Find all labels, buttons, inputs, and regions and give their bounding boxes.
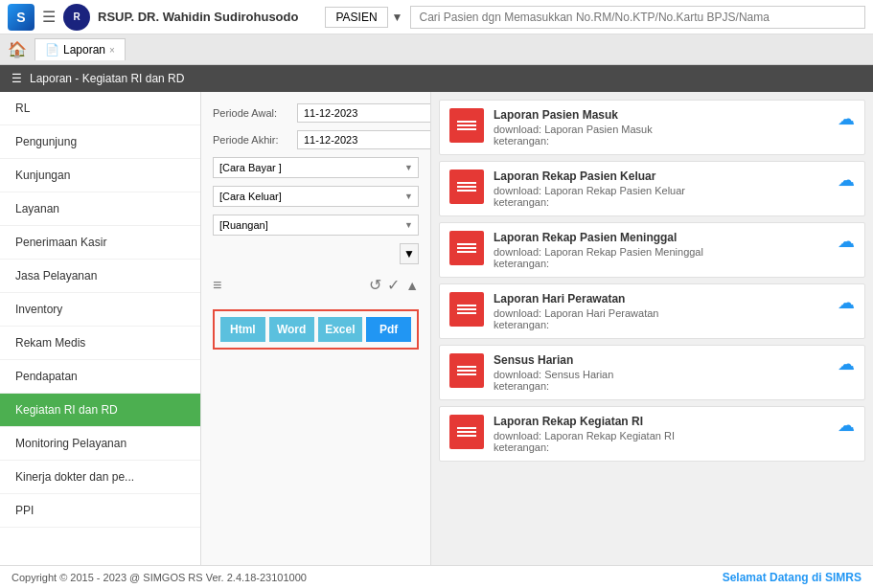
sidebar-item-penerimaan-kasir[interactable]: Penerimaan Kasir [0,226,200,260]
report-icon-lines-1 [457,182,476,192]
tab-icon: 📄 [45,43,59,57]
report-title-2: Laporan Rekap Pasien Meninggal [494,231,828,244]
tab-bar: 🏠 📄 Laporan × [0,34,873,65]
report-icon-2 [449,231,484,265]
footer-copyright: Copyright © 2015 - 2023 @ SIMGOS RS Ver.… [11,572,307,583]
ruangan-select[interactable]: [Ruangan] [213,215,419,236]
periode-akhir-row: Periode Akhir: 📅 [213,130,419,149]
html-export-button[interactable]: Html [220,317,265,342]
hospital-logo: R [63,4,90,31]
report-card-5: Laporan Rekap Kegiatan RI download: Lapo… [439,406,865,462]
report-info-1: Laporan Rekap Pasien Keluar download: La… [494,170,828,208]
pasien-section: PASIEN ▼ [325,7,402,28]
section-title: Laporan - Kegiatan RI dan RD [30,72,184,85]
pdf-export-button[interactable]: Pdf [366,317,411,342]
report-icon-4 [449,353,484,388]
footer-greeting: Selamat Datang di SIMRS [723,571,862,584]
download-button-2[interactable]: ☁ [838,231,855,252]
report-keterangan-3: keterangan: [494,319,828,330]
report-icon-lines-4 [457,366,476,375]
sidebar-item-jasa-pelayanan[interactable]: Jasa Pelayanan [0,260,200,293]
export-bar: Html Word Excel Pdf [213,309,419,350]
sidebar-item-pendapatan[interactable]: Pendapatan [0,360,200,394]
report-download-4: download: Sensus Harian [494,369,828,380]
download-button-3[interactable]: ☁ [838,292,855,313]
word-export-button[interactable]: Word [269,317,314,342]
report-icon-3 [449,292,484,327]
sidebar: RL Pengunjung Kunjungan Layanan Penerima… [0,92,201,565]
report-icon-5 [449,415,484,449]
search-input[interactable] [410,6,865,29]
report-title-4: Sensus Harian [494,353,828,367]
report-icon-lines-5 [457,427,476,437]
tab-close-button[interactable]: × [109,45,115,56]
report-download-2: download: Laporan Rekap Pasien Meninggal [494,246,828,258]
report-info-0: Laporan Pasien Masuk download: Laporan P… [494,108,828,147]
section-header: ☰ Laporan - Kegiatan RI dan RD [0,65,873,92]
toolbar-row: ≡ ↺ ✓ ▲ [213,276,419,294]
cara-bayar-select[interactable]: [Cara Bayar ] [213,157,419,178]
main-layout: RL Pengunjung Kunjungan Layanan Penerima… [0,92,873,565]
right-panel: Laporan Pasien Masuk download: Laporan P… [431,92,873,565]
check-icon[interactable]: ✓ [387,276,400,294]
tab-label: Laporan [63,43,105,57]
report-title-0: Laporan Pasien Masuk [494,108,828,122]
content-area: Periode Awal: 📅 Periode Akhir: 📅 [Cara B… [201,92,873,565]
report-download-3: download: Laporan Hari Perawatan [494,307,828,319]
report-icon-lines-0 [457,121,476,130]
sidebar-item-rl[interactable]: RL [0,92,200,125]
cara-keluar-select[interactable]: [Cara Keluar] [213,186,419,207]
menu-icon: ☰ [11,72,22,85]
report-card-3: Laporan Hari Perawatan download: Laporan… [439,283,865,339]
report-card-1: Laporan Rekap Pasien Keluar download: La… [439,161,865,216]
download-button-4[interactable]: ☁ [838,353,855,374]
periode-akhir-label: Periode Akhir: [213,134,289,146]
left-panel: Periode Awal: 📅 Periode Akhir: 📅 [Cara B… [201,92,431,565]
report-keterangan-2: keterangan: [494,258,828,269]
ruangan-dropdown-wrapper: [Ruangan] [213,215,419,236]
scroll-up-icon[interactable]: ▲ [405,278,419,293]
download-button-5[interactable]: ☁ [838,415,855,436]
report-title-5: Laporan Rekap Kegiatan RI [494,415,828,428]
excel-export-button[interactable]: Excel [318,317,363,342]
home-button[interactable]: 🏠 [8,40,27,58]
report-card-2: Laporan Rekap Pasien Meninggal download:… [439,222,865,278]
sidebar-item-layanan[interactable]: Layanan [0,192,200,226]
report-keterangan-1: keterangan: [494,196,828,208]
top-bar: S ☰ R RSUP. DR. Wahidin Sudirohusodo PAS… [0,0,873,34]
download-button-0[interactable]: ☁ [838,108,855,129]
list-icon[interactable]: ≡ [213,277,221,294]
report-download-1: download: Laporan Rekap Pasien Keluar [494,185,828,196]
periode-awal-input[interactable] [297,103,431,123]
footer: Copyright © 2015 - 2023 @ SIMGOS RS Ver.… [0,565,873,588]
report-icon-lines-2 [457,243,476,253]
report-card-0: Laporan Pasien Masuk download: Laporan P… [439,100,865,155]
report-title-3: Laporan Hari Perawatan [494,292,828,305]
hamburger-button[interactable]: ☰ [42,8,56,26]
report-icon-1 [449,170,484,204]
sidebar-item-rekam-medis[interactable]: Rekam Medis [0,327,200,360]
report-download-5: download: Laporan Rekap Kegiatan RI [494,430,828,441]
sidebar-item-kunjungan[interactable]: Kunjungan [0,159,200,192]
sidebar-item-inventory[interactable]: Inventory [0,293,200,327]
sidebar-item-kinerja-dokter[interactable]: Kinerja dokter dan pe... [0,461,200,494]
cara-bayar-dropdown-wrapper: [Cara Bayar ] [213,157,419,178]
report-icon-0 [449,108,484,143]
hospital-name: RSUP. DR. Wahidin Sudirohusodo [98,10,298,24]
sidebar-item-pengunjung[interactable]: Pengunjung [0,125,200,159]
report-keterangan-5: keterangan: [494,441,828,453]
periode-awal-row: Periode Awal: 📅 [213,103,419,123]
sidebar-item-ppi[interactable]: PPI [0,494,200,528]
report-info-4: Sensus Harian download: Sensus Harian ke… [494,353,828,392]
report-card-4: Sensus Harian download: Sensus Harian ke… [439,345,865,400]
sidebar-item-kegiatan-ri-rd[interactable]: Kegiatan RI dan RD [0,394,200,427]
sidebar-item-monitoring-pelayanan[interactable]: Monitoring Pelayanan [0,427,200,461]
periode-akhir-input[interactable] [297,130,431,149]
refresh-icon[interactable]: ↺ [369,276,381,294]
cara-keluar-dropdown-wrapper: [Cara Keluar] [213,186,419,207]
pasien-dropdown-arrow[interactable]: ▼ [392,11,403,24]
download-button-1[interactable]: ☁ [838,170,855,191]
laporan-tab[interactable]: 📄 Laporan × [34,38,126,60]
filter-dropdown-button[interactable]: ▼ [400,243,419,264]
report-title-1: Laporan Rekap Pasien Keluar [494,170,828,183]
